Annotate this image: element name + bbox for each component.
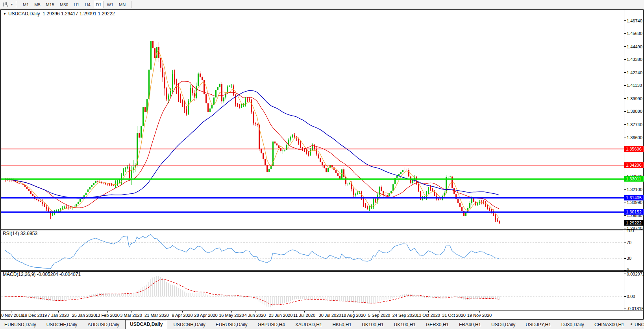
axis-labels: 1.467401.456301.444901.433801.422401.411… [0, 18, 644, 318]
chart-tab-china300-h1[interactable]: CHINA300,H1 [590, 321, 629, 329]
tab-scroll-right-icon[interactable]: ► [637, 322, 642, 326]
macd-indicator-label: MACD(12,26,9) -0.005204 -0.004071 [3, 272, 81, 277]
chart-window: 1.467401.456301.444901.433801.422401.411… [0, 9, 644, 320]
timeframe-button-m15[interactable]: M15 [44, 1, 57, 8]
chart-tab-usdcnh-daily[interactable]: USDCNH,Daily [169, 321, 209, 329]
chart-tab-uk100-h1[interactable]: UK100,H1 [357, 321, 388, 329]
chart-tab-usdjpy-h1[interactable]: USDJPY,H1 [521, 321, 555, 329]
chart-tabs-bar: EURUSD,DailyUSDCHF,DailyAUDUSD,DailyUSDC… [0, 320, 644, 329]
toolbar-grip[interactable] [16, 1, 17, 7]
macd-panel-layer [1, 276, 624, 307]
svg-text:3 Mar 2020: 3 Mar 2020 [120, 313, 142, 318]
timeframe-button-h1[interactable]: H1 [71, 1, 81, 8]
svg-text:21 Mar 2020: 21 Mar 2020 [144, 313, 169, 318]
svg-text:30 Nov 2019: 30 Nov 2019 [0, 313, 23, 318]
chart-tab-audusd-daily[interactable]: AUDUSD,Daily [83, 321, 124, 329]
svg-text:1.42240: 1.42240 [627, 70, 642, 75]
chart-tab-fra40-h1[interactable]: FRA40,H1 [455, 321, 485, 329]
candles-layer [5, 22, 500, 224]
svg-text:1.34206: 1.34206 [626, 163, 642, 167]
timeframe-button-w1[interactable]: W1 [105, 1, 116, 8]
svg-text:31 Oct 2020: 31 Oct 2020 [442, 313, 466, 318]
svg-text:0.00: 0.00 [627, 294, 635, 299]
svg-text:1.30152: 1.30152 [626, 210, 642, 214]
ma-slow [5, 90, 499, 198]
ma-fast [5, 51, 499, 218]
svg-text:1.30990: 1.30990 [627, 200, 642, 205]
timeframe-button-mn[interactable]: MN [117, 1, 128, 8]
tab-scroll-left-icon[interactable]: ◄ [629, 322, 637, 326]
tab-scroll-arrows: ◄ ► [629, 322, 642, 326]
moving-averages-layer [5, 51, 499, 218]
svg-text:1.33011: 1.33011 [626, 176, 641, 181]
svg-text:1.35606: 1.35606 [626, 147, 642, 151]
svg-text:5 Sep 2020: 5 Sep 2020 [368, 313, 390, 318]
chart-periods-icon[interactable] [2, 1, 9, 8]
svg-text:9 Apr 2020: 9 Apr 2020 [172, 313, 192, 318]
svg-text:11 Jul 2020: 11 Jul 2020 [293, 313, 315, 318]
toolbar-dropdown-caret-icon[interactable]: ▾ [9, 3, 14, 6]
chart-tab-usdchf-daily[interactable]: USDCHF,Daily [42, 321, 82, 329]
price-chart-canvas[interactable]: 1.467401.456301.444901.433801.422401.411… [0, 9, 644, 320]
level-lines-layer [1, 149, 624, 223]
svg-text:1.41130: 1.41130 [627, 83, 642, 88]
svg-text:24 Sep 2020: 24 Sep 2020 [392, 313, 417, 318]
svg-text:23 Jun 2020: 23 Jun 2020 [269, 313, 293, 318]
svg-text:1.43380: 1.43380 [627, 57, 642, 62]
svg-text:4 Jun 2020: 4 Jun 2020 [244, 313, 266, 318]
svg-text:0.032972: 0.032972 [627, 272, 644, 276]
top-toolbar: ▾ M1M5M15M30H1H4D1W1MN [0, 0, 644, 9]
svg-text:-0.01815: -0.01815 [627, 306, 644, 311]
svg-text:13 Feb 2020: 13 Feb 2020 [95, 313, 120, 318]
timeframe-button-m1[interactable]: M1 [20, 1, 31, 8]
chart-tab-xauusd-h1[interactable]: XAUUSD,H1 [291, 321, 327, 329]
timeframe-buttons: M1M5M15M30H1H4D1W1MN [20, 1, 128, 8]
svg-text:1.36600: 1.36600 [627, 135, 642, 140]
svg-text:100: 100 [627, 228, 634, 233]
svg-text:19 Nov 2020: 19 Nov 2020 [467, 313, 492, 318]
svg-text:1.37740: 1.37740 [627, 122, 642, 127]
chart-tab-eurusd-daily[interactable]: EURUSD,Daily [211, 321, 252, 329]
svg-text:1.44490: 1.44490 [627, 44, 642, 49]
svg-text:1.29222: 1.29222 [626, 221, 642, 225]
chart-ohlc-values: 1.29396 1.29417 1.29091 1.29222 [40, 11, 115, 17]
ma-medium [5, 81, 499, 209]
chart-tab-hk50-h1[interactable]: HK50,H1 [328, 321, 356, 329]
svg-text:16 May 2020: 16 May 2020 [219, 313, 244, 318]
toolbar-divider [131, 1, 132, 8]
svg-text:18 Aug 2020: 18 Aug 2020 [341, 313, 366, 318]
chart-symbol-period: USDCAD,Daily [8, 11, 40, 17]
svg-text:1.46740: 1.46740 [627, 18, 642, 23]
svg-text:30 Jul 2020: 30 Jul 2020 [319, 313, 341, 318]
timeframe-button-h4[interactable]: H4 [82, 1, 93, 8]
svg-text:1.38880: 1.38880 [627, 109, 642, 114]
rsi-indicator-label: RSI(14) 33.6953 [3, 231, 37, 236]
svg-text:1.39990: 1.39990 [627, 96, 642, 101]
svg-text:28 Apr 2020: 28 Apr 2020 [194, 313, 217, 318]
timeframe-button-d1[interactable]: D1 [94, 1, 104, 8]
chart-tab-eurusd-daily[interactable]: EURUSD,Daily [0, 321, 41, 329]
rsi-panel-layer [1, 235, 624, 269]
svg-text:1.45630: 1.45630 [627, 31, 642, 36]
chart-tab-ger30-h1[interactable]: GER30,H1 [422, 321, 453, 329]
chart-periods-icon-glyph [2, 1, 9, 7]
chart-tab-usdcad-daily[interactable]: USDCAD,Daily [125, 320, 167, 329]
collapse-indicator-icon[interactable]: ▼ [3, 12, 6, 16]
svg-text:7 Jan 2020: 7 Jan 2020 [48, 313, 69, 318]
svg-text:13 Oct 2020: 13 Oct 2020 [416, 313, 440, 318]
svg-text:1.31405: 1.31405 [626, 195, 642, 200]
chart-tab-gbpusd-h4[interactable]: GBPUSD,H4 [253, 321, 289, 329]
timeframe-button-m30[interactable]: M30 [57, 1, 70, 8]
price-tags: 1.356061.342061.330111.314051.301521.292… [624, 146, 644, 226]
chart-title: ▼USDCAD,Daily 1.29396 1.29417 1.29091 1.… [3, 11, 115, 17]
timeframe-button-m5[interactable]: M5 [32, 1, 43, 8]
chart-tab-dj30-daily[interactable]: DJ30,Daily [557, 321, 588, 329]
chart-tab-usoil-daily[interactable]: USOil,Daily [487, 321, 520, 329]
chart-tab-uk100-h1[interactable]: UK100,H1 [390, 321, 420, 329]
svg-text:25 Jan 2020: 25 Jan 2020 [72, 313, 96, 318]
svg-text:30: 30 [627, 256, 631, 261]
svg-text:70: 70 [627, 240, 631, 245]
svg-text:19 Dec 2019: 19 Dec 2019 [22, 313, 47, 318]
svg-text:1.32100: 1.32100 [627, 187, 642, 192]
